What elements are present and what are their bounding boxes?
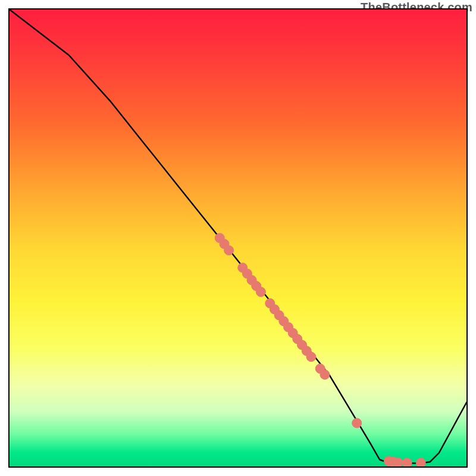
plot-area <box>8 8 468 468</box>
scatter-dot <box>320 370 330 380</box>
chart-stage: TheBottleneck.com <box>0 0 476 476</box>
scatter-dot <box>352 418 362 428</box>
scatter-dot <box>256 287 265 297</box>
scatter-dot <box>416 458 425 466</box>
scatter-dot <box>393 458 403 466</box>
scatter-dot <box>224 246 234 255</box>
scatter-dot <box>306 352 316 362</box>
chart-svg <box>10 10 466 466</box>
bottleneck-curve <box>10 10 466 464</box>
scatter-dots <box>215 233 425 466</box>
scatter-dot <box>402 458 412 466</box>
